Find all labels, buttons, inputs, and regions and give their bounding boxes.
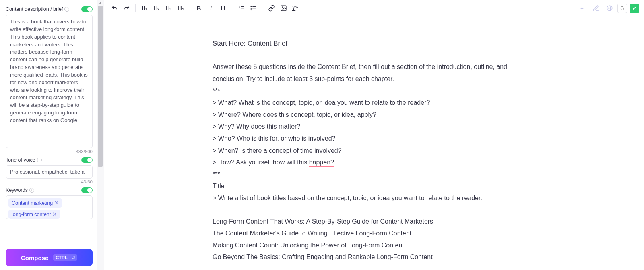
doc-section-label: Title [213,180,518,192]
heading3-button[interactable]: H3 [163,3,174,14]
separator [135,4,136,12]
editor-toolbar: H1 H2 H3 H4 B I U T✕ ✦ G ✔ [104,0,644,17]
tone-toggle[interactable] [81,157,93,163]
compose-shortcut: CTRL + J [53,254,77,261]
doc-title-option: The Content Marketer's Guide to Writing … [213,227,518,239]
brief-textarea[interactable] [6,15,93,148]
doc-question: > How? Ask yourself how will this happen… [213,156,518,168]
svg-point-8 [251,10,251,10]
redo-button[interactable] [121,3,132,14]
ordered-list-button[interactable] [235,3,247,14]
ai-sparkle-icon[interactable]: ✦ [576,3,588,14]
tone-counter: 43/60 [6,179,93,184]
sidebar: Content description / brief i 433/600 To… [0,0,97,270]
heading4-button[interactable]: H4 [175,3,186,14]
editor-area[interactable]: Start Here: Content Brief Answer these 5… [104,17,644,270]
heading2-button[interactable]: H2 [151,3,162,14]
keywords-toggle[interactable] [81,187,93,193]
keywords-label-text: Keywords [6,187,28,193]
brief-counter: 433/600 [6,149,93,154]
svg-point-7 [251,8,251,8]
heading1-button[interactable]: H1 [139,3,150,14]
brief-label: Content description / brief i [6,6,69,12]
tone-label-text: Tone of voice [6,157,35,163]
keyword-tag[interactable]: long-form content ✕ [8,210,60,219]
info-icon[interactable]: i [29,188,34,193]
edit-icon[interactable] [590,3,601,14]
extension-shield-icon[interactable]: ✔ [630,4,639,13]
scroll-thumb[interactable] [98,6,103,167]
doc-question: > Where? Where does this concept, topic,… [213,109,518,121]
bold-button[interactable]: B [193,3,204,14]
doc-intro: Answer these 5 questions inside the Cont… [213,61,518,85]
brief-label-text: Content description / brief [6,6,63,12]
image-button[interactable] [278,3,289,14]
tone-label: Tone of voice i [6,157,42,163]
spellcheck-underline[interactable]: happen? [309,159,334,167]
close-icon[interactable]: ✕ [54,200,59,206]
doc-separator: *** [213,85,518,97]
link-button[interactable] [266,3,277,14]
tone-input[interactable] [6,165,93,179]
doc-question: > Who? Who is this for, or who is involv… [213,133,518,145]
separator [262,4,262,12]
main: H1 H2 H3 H4 B I U T✕ ✦ G ✔ [104,0,644,270]
underline-button[interactable]: U [217,3,229,14]
italic-button[interactable]: I [205,3,217,14]
doc-title-option: Long-Form Content That Works: A Step-By-… [213,216,518,228]
tone-header: Tone of voice i [6,157,93,163]
doc-question: > Why? Why does this matter? [213,120,518,133]
globe-icon[interactable] [604,3,615,14]
unordered-list-button[interactable] [248,3,259,14]
doc-title-option: Go Beyond The Basics: Crafting Engaging … [213,251,518,263]
compose-label: Compose [21,254,48,261]
undo-button[interactable] [109,3,120,14]
doc-question: > What? What is the concept, topic, or i… [213,97,518,109]
info-icon[interactable]: i [64,7,69,12]
toolbar-right: ✦ G ✔ [576,3,639,14]
brief-toggle[interactable] [81,6,93,12]
scroll-up-icon[interactable]: ▴ [98,0,103,5]
svg-point-10 [282,7,283,8]
compose-button[interactable]: Compose CTRL + J [6,249,93,266]
keywords-label: Keywords i [6,187,34,193]
doc-separator: *** [213,168,518,181]
document: Start Here: Content Brief Answer these 5… [213,37,518,263]
extension-grammarly-icon[interactable]: G [617,4,627,13]
info-icon[interactable]: i [37,158,42,162]
keyword-tag[interactable]: Content marketing ✕ [8,198,62,208]
svg-point-6 [251,6,251,7]
doc-title-option: Making Content Count: Unlocking the Powe… [213,239,518,251]
close-icon[interactable]: ✕ [52,211,57,217]
keyword-tag-text: Content marketing [12,200,53,206]
doc-question: > When? Is there a concept of time invol… [213,145,518,157]
keywords-input[interactable]: Content marketing ✕ long-form content ✕ [6,195,93,219]
clear-format-button[interactable]: T✕ [290,3,301,14]
sidebar-scrollbar[interactable]: ▴ [97,0,104,270]
brief-header: Content description / brief i [6,6,93,12]
separator [190,4,190,12]
doc-title: Start Here: Content Brief [213,37,518,50]
doc-prompt: > Write a list of book titles based on t… [213,192,518,204]
keywords-header: Keywords i [6,187,93,193]
doc-text: > How? Ask yourself how will this [213,159,309,166]
separator [232,4,232,12]
keyword-tag-text: long-form content [12,212,51,217]
